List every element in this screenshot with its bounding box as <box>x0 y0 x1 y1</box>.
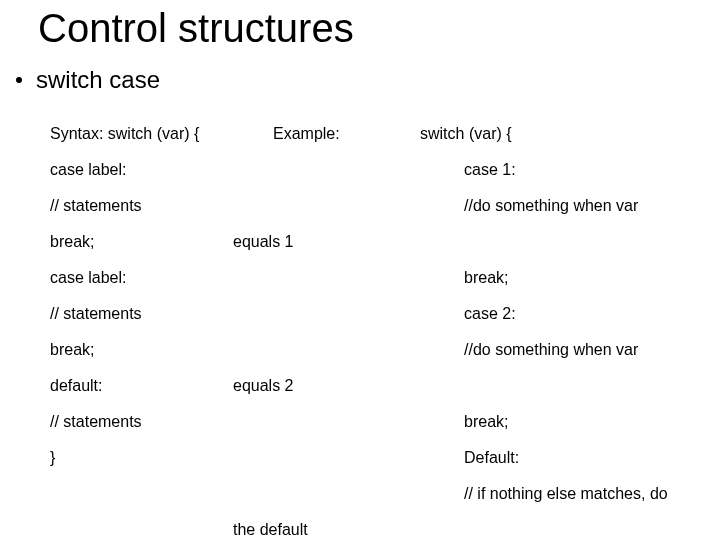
bullet-text: switch case <box>36 66 160 94</box>
blank-line <box>225 404 420 440</box>
blank-line <box>225 188 420 224</box>
example-line: case 2: <box>420 296 720 332</box>
example-line: //do something when var <box>420 332 720 368</box>
syntax-line: break; <box>50 224 225 260</box>
syntax-line: // statements <box>50 404 225 440</box>
bullet-dot-icon <box>16 77 22 83</box>
syntax-line: } <box>50 440 225 476</box>
syntax-line: // statements <box>50 296 225 332</box>
example-line: switch (var) { <box>420 116 720 152</box>
blank-line <box>225 332 420 368</box>
blank-line <box>420 224 720 260</box>
example-line: break; <box>420 260 720 296</box>
syntax-line: // statements <box>50 188 225 224</box>
example-wrap: equals 2 <box>225 368 420 404</box>
bullet-row: switch case <box>16 66 160 94</box>
example-label: Example: <box>225 116 420 152</box>
syntax-line: default: <box>50 368 225 404</box>
syntax-column: Syntax: switch (var) { case label: // st… <box>0 116 225 540</box>
example-line: //do something when var <box>420 188 720 224</box>
syntax-line: case label: <box>50 260 225 296</box>
blank-line <box>225 296 420 332</box>
blank-line <box>225 152 420 188</box>
example-line: break; <box>420 404 720 440</box>
example-line: // if nothing else matches, do <box>420 476 720 512</box>
blank-line <box>225 440 420 476</box>
blank-line <box>225 260 420 296</box>
content-columns: Syntax: switch (var) { case label: // st… <box>0 116 720 540</box>
page-title: Control structures <box>38 6 354 51</box>
slide: Control structures switch case Syntax: s… <box>0 0 720 540</box>
example-label-column: Example: equals 1 equals 2 the default <box>225 116 420 540</box>
syntax-line: break; <box>50 332 225 368</box>
syntax-line: case label: <box>50 152 225 188</box>
blank-line <box>420 512 720 540</box>
blank-line <box>420 368 720 404</box>
example-wrap: equals 1 <box>225 224 420 260</box>
syntax-line: Syntax: switch (var) { <box>50 116 225 152</box>
example-line: case 1: <box>420 152 720 188</box>
example-code-column: switch (var) { case 1: //do something wh… <box>420 116 720 540</box>
blank-line <box>225 476 420 512</box>
example-line: Default: <box>420 440 720 476</box>
example-wrap: the default <box>225 512 420 540</box>
